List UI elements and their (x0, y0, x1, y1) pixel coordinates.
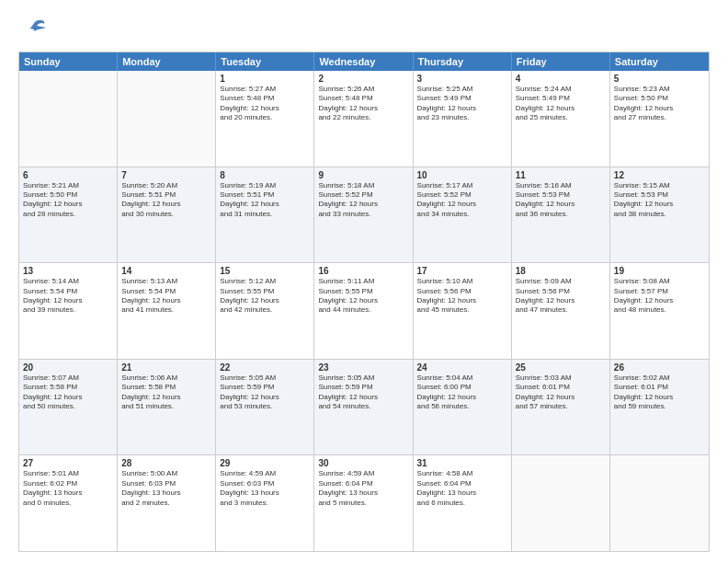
day-number: 17 (417, 266, 507, 276)
cell-details: Sunrise: 5:19 AM Sunset: 5:51 PM Dayligh… (220, 181, 310, 220)
calendar-row-3: 20Sunrise: 5:07 AM Sunset: 5:58 PM Dayli… (19, 359, 709, 455)
cell-details: Sunrise: 5:24 AM Sunset: 5:49 PM Dayligh… (516, 85, 606, 123)
calendar-cell: 6Sunrise: 5:21 AM Sunset: 5:50 PM Daylig… (19, 167, 118, 263)
header-cell-tuesday: Tuesday (216, 52, 314, 71)
cell-details: Sunrise: 5:04 AM Sunset: 6:00 PM Dayligh… (417, 373, 507, 412)
day-number: 25 (516, 362, 606, 373)
cell-details: Sunrise: 5:21 AM Sunset: 5:50 PM Dayligh… (23, 181, 113, 220)
header-cell-saturday: Saturday (610, 52, 709, 71)
day-number: 30 (318, 458, 408, 468)
day-number: 3 (417, 74, 507, 84)
day-number: 12 (614, 170, 705, 180)
calendar-cell: 21Sunrise: 5:06 AM Sunset: 5:58 PM Dayli… (118, 360, 216, 455)
day-number: 24 (417, 362, 507, 373)
cell-details: Sunrise: 5:09 AM Sunset: 5:56 PM Dayligh… (516, 277, 606, 316)
calendar-cell: 16Sunrise: 5:11 AM Sunset: 5:55 PM Dayli… (314, 263, 413, 359)
calendar-cell: 5Sunrise: 5:23 AM Sunset: 5:50 PM Daylig… (610, 71, 709, 167)
calendar-cell: 9Sunrise: 5:18 AM Sunset: 5:52 PM Daylig… (314, 167, 413, 263)
calendar-cell: 20Sunrise: 5:07 AM Sunset: 5:58 PM Dayli… (19, 360, 118, 455)
calendar: SundayMondayTuesdayWednesdayThursdayFrid… (18, 52, 710, 552)
calendar-cell: 3Sunrise: 5:25 AM Sunset: 5:49 PM Daylig… (414, 71, 512, 167)
day-number: 10 (417, 170, 507, 180)
day-number: 11 (516, 170, 606, 180)
calendar-cell: 8Sunrise: 5:19 AM Sunset: 5:51 PM Daylig… (216, 167, 314, 263)
day-number: 9 (318, 170, 408, 180)
day-number: 28 (121, 458, 211, 468)
day-number: 8 (220, 170, 310, 180)
cell-details: Sunrise: 5:25 AM Sunset: 5:49 PM Dayligh… (417, 85, 507, 123)
cell-details: Sunrise: 5:17 AM Sunset: 5:52 PM Dayligh… (417, 181, 507, 220)
calendar-cell: 18Sunrise: 5:09 AM Sunset: 5:56 PM Dayli… (512, 263, 610, 359)
calendar-cell: 4Sunrise: 5:24 AM Sunset: 5:49 PM Daylig… (512, 71, 610, 167)
day-number: 23 (318, 362, 408, 373)
cell-details: Sunrise: 5:02 AM Sunset: 6:01 PM Dayligh… (614, 373, 705, 412)
day-number: 6 (23, 170, 113, 180)
calendar-cell: 27Sunrise: 5:01 AM Sunset: 6:02 PM Dayli… (19, 455, 118, 551)
cell-details: Sunrise: 5:16 AM Sunset: 5:53 PM Dayligh… (516, 181, 606, 220)
calendar-row-2: 13Sunrise: 5:14 AM Sunset: 5:54 PM Dayli… (19, 262, 709, 359)
cell-details: Sunrise: 4:59 AM Sunset: 6:03 PM Dayligh… (220, 469, 310, 508)
day-number: 14 (121, 266, 211, 276)
logo-bird-icon (22, 15, 48, 44)
day-number: 5 (614, 74, 705, 84)
calendar-cell (118, 71, 216, 167)
calendar-row-1: 6Sunrise: 5:21 AM Sunset: 5:50 PM Daylig… (19, 167, 709, 263)
cell-details: Sunrise: 5:27 AM Sunset: 5:48 PM Dayligh… (220, 85, 310, 123)
day-number: 21 (121, 362, 211, 373)
calendar-cell: 17Sunrise: 5:10 AM Sunset: 5:56 PM Dayli… (414, 263, 512, 359)
day-number: 7 (121, 170, 211, 180)
cell-details: Sunrise: 5:26 AM Sunset: 5:48 PM Dayligh… (318, 85, 408, 123)
cell-details: Sunrise: 5:23 AM Sunset: 5:50 PM Dayligh… (614, 85, 705, 123)
header-cell-sunday: Sunday (19, 52, 118, 71)
cell-details: Sunrise: 5:20 AM Sunset: 5:51 PM Dayligh… (121, 181, 211, 220)
day-number: 29 (220, 458, 310, 468)
cell-details: Sunrise: 4:58 AM Sunset: 6:04 PM Dayligh… (417, 469, 507, 508)
cell-details: Sunrise: 5:18 AM Sunset: 5:52 PM Dayligh… (318, 181, 408, 220)
cell-details: Sunrise: 5:05 AM Sunset: 5:59 PM Dayligh… (220, 373, 310, 412)
cell-details: Sunrise: 5:15 AM Sunset: 5:53 PM Dayligh… (614, 181, 705, 220)
calendar-body: 1Sunrise: 5:27 AM Sunset: 5:48 PM Daylig… (19, 71, 709, 551)
day-number: 27 (23, 458, 113, 468)
calendar-cell (610, 455, 709, 551)
header-cell-monday: Monday (118, 52, 216, 71)
cell-details: Sunrise: 5:11 AM Sunset: 5:55 PM Dayligh… (318, 277, 408, 316)
calendar-cell: 10Sunrise: 5:17 AM Sunset: 5:52 PM Dayli… (414, 167, 512, 263)
day-number: 16 (318, 266, 408, 276)
day-number: 1 (220, 74, 310, 84)
cell-details: Sunrise: 5:01 AM Sunset: 6:02 PM Dayligh… (23, 469, 113, 508)
logo (18, 15, 48, 44)
day-number: 15 (220, 266, 310, 276)
calendar-cell: 28Sunrise: 5:00 AM Sunset: 6:03 PM Dayli… (118, 455, 216, 551)
cell-details: Sunrise: 5:08 AM Sunset: 5:57 PM Dayligh… (614, 277, 705, 316)
cell-details: Sunrise: 5:06 AM Sunset: 5:58 PM Dayligh… (121, 373, 211, 412)
calendar-row-0: 1Sunrise: 5:27 AM Sunset: 5:48 PM Daylig… (19, 71, 709, 167)
header-cell-friday: Friday (512, 52, 610, 71)
cell-details: Sunrise: 5:14 AM Sunset: 5:54 PM Dayligh… (23, 277, 113, 316)
day-number: 13 (23, 266, 113, 276)
calendar-cell: 30Sunrise: 4:59 AM Sunset: 6:04 PM Dayli… (314, 455, 413, 551)
header-cell-wednesday: Wednesday (314, 52, 413, 71)
calendar-cell: 15Sunrise: 5:12 AM Sunset: 5:55 PM Dayli… (216, 263, 314, 359)
cell-details: Sunrise: 5:13 AM Sunset: 5:54 PM Dayligh… (121, 277, 211, 316)
cell-details: Sunrise: 5:05 AM Sunset: 5:59 PM Dayligh… (318, 373, 408, 412)
day-number: 19 (614, 266, 705, 276)
calendar-row-4: 27Sunrise: 5:01 AM Sunset: 6:02 PM Dayli… (19, 454, 709, 551)
calendar-cell: 11Sunrise: 5:16 AM Sunset: 5:53 PM Dayli… (512, 167, 610, 263)
calendar-cell: 29Sunrise: 4:59 AM Sunset: 6:03 PM Dayli… (216, 455, 314, 551)
day-number: 20 (23, 362, 113, 373)
calendar-cell: 1Sunrise: 5:27 AM Sunset: 5:48 PM Daylig… (216, 71, 314, 167)
calendar-header: SundayMondayTuesdayWednesdayThursdayFrid… (19, 52, 709, 71)
calendar-cell: 2Sunrise: 5:26 AM Sunset: 5:48 PM Daylig… (314, 71, 413, 167)
calendar-cell: 19Sunrise: 5:08 AM Sunset: 5:57 PM Dayli… (610, 263, 709, 359)
calendar-cell: 31Sunrise: 4:58 AM Sunset: 6:04 PM Dayli… (414, 455, 512, 551)
day-number: 2 (318, 74, 408, 84)
day-number: 18 (516, 266, 606, 276)
cell-details: Sunrise: 5:10 AM Sunset: 5:56 PM Dayligh… (417, 277, 507, 316)
calendar-cell: 13Sunrise: 5:14 AM Sunset: 5:54 PM Dayli… (19, 263, 118, 359)
calendar-cell (512, 455, 610, 551)
header (18, 15, 710, 44)
calendar-cell (19, 71, 118, 167)
cell-details: Sunrise: 4:59 AM Sunset: 6:04 PM Dayligh… (318, 469, 408, 508)
calendar-cell: 23Sunrise: 5:05 AM Sunset: 5:59 PM Dayli… (314, 360, 413, 455)
day-number: 31 (417, 458, 507, 468)
